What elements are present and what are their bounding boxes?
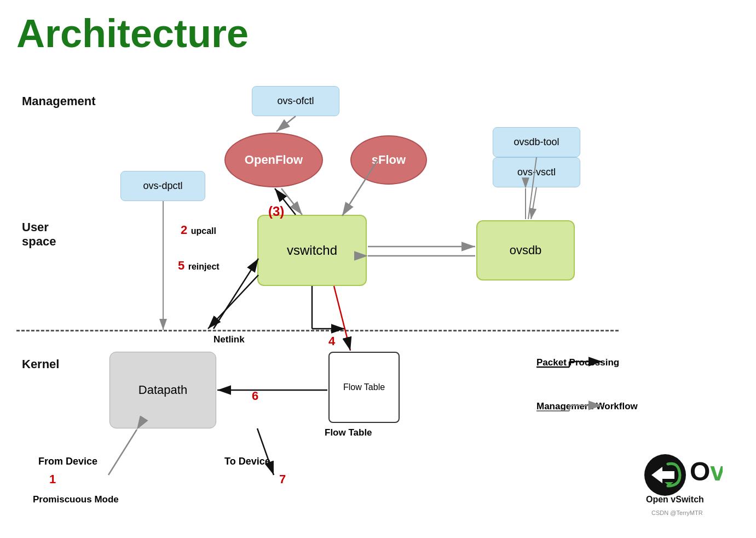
svg-line-22 — [257, 428, 274, 475]
promiscuous-label: Promiscuous Mode — [33, 494, 119, 505]
page-title: Architecture — [16, 11, 740, 56]
svg-text:CSDN @TerryMTR: CSDN @TerryMTR — [651, 510, 703, 516]
number6-label: 6 — [252, 389, 258, 403]
number5-reinject-label: 5 reinject — [178, 259, 218, 273]
management-label: Management — [22, 94, 95, 108]
svg-line-14 — [334, 286, 350, 351]
svg-text:Open vSwitch: Open vSwitch — [646, 495, 704, 504]
flowtable-box: Flow Table — [328, 352, 400, 423]
svg-line-11 — [208, 275, 258, 329]
svg-line-7 — [281, 188, 302, 215]
openflow-ellipse: OpenFlow — [224, 133, 323, 187]
ovsdbtool-box: ovsdb-tool — [493, 127, 580, 157]
page: Architecture Management Userspace Kernel… — [0, 0, 756, 538]
ovsdpctl-box: ovs-dpctl — [120, 171, 205, 201]
svg-line-19 — [531, 187, 536, 219]
ovs-logo: OvS Open vSwitch CSDN @TerryMTR — [635, 450, 723, 522]
number3-label: (3) — [268, 204, 284, 219]
dashed-separator — [16, 330, 619, 331]
netlink-label: Netlink — [213, 334, 245, 345]
number7-label: 7 — [279, 472, 286, 487]
todevice-label: To Device — [224, 456, 270, 467]
svg-line-21 — [108, 430, 137, 475]
userspace-label: Userspace — [22, 220, 56, 249]
arrows-svg — [16, 61, 739, 533]
packetprocessing-label: Packet Processing — [536, 357, 619, 368]
svg-line-10 — [213, 259, 258, 329]
number2-upcall-label: 2 upcall — [181, 223, 215, 237]
number4-label: 4 — [328, 334, 335, 348]
svg-line-5 — [276, 116, 296, 131]
svg-text:OvS: OvS — [690, 457, 723, 486]
diagram-area: Management Userspace Kernel ovs-ofctl ov… — [16, 61, 739, 533]
fromdevice-label: From Device — [38, 456, 97, 467]
vswitchd-box: vswitchd — [257, 215, 367, 286]
ovsdb-box: ovsdb — [476, 220, 575, 281]
kernel-label: Kernel — [22, 357, 59, 371]
ovsofctl-box: ovs-ofctl — [252, 86, 339, 116]
number1-label: 1 — [49, 472, 56, 487]
managementworkflow-label: Management Workflow — [536, 401, 638, 412]
sflow-ellipse: sFlow — [350, 135, 427, 185]
datapath-box: Datapath — [109, 352, 216, 428]
flowtable-text-label: Flow Table — [325, 427, 372, 438]
ovsvsctl-box: ovs-vsctl — [493, 157, 580, 187]
